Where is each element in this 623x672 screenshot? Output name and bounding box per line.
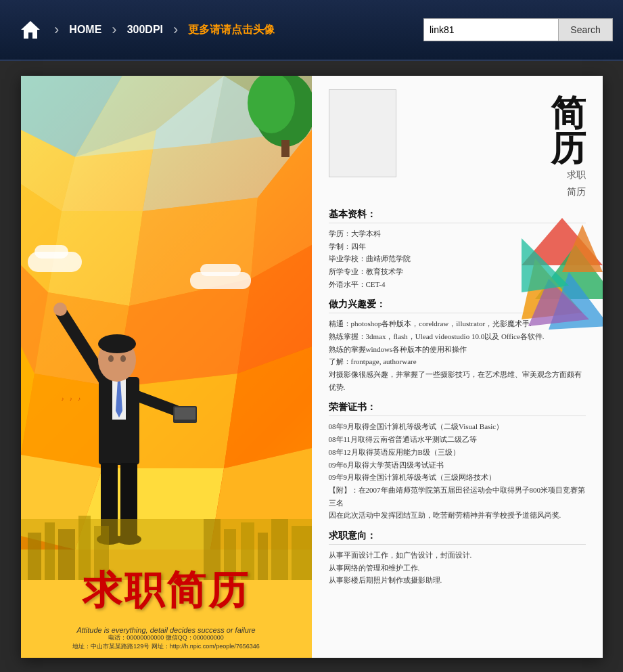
resume-container: ♪ ♪ ♪ xyxy=(21,76,603,658)
work-item-2: 从事网络的管理和维护工作. xyxy=(329,562,586,575)
main-content: ♪ ♪ ♪ xyxy=(0,61,623,672)
cloud-4 xyxy=(200,264,241,276)
left-contact: 电话：00000000000 微信QQ：000000000 地址：中山市某某路路… xyxy=(21,633,312,651)
nav-home-label[interactable]: HOME xyxy=(62,24,108,36)
cloud-2 xyxy=(34,245,68,259)
award-item-5: 09年9月取得全国计算机等级考试（三级网络技术） xyxy=(329,471,586,484)
work-item-1: 从事平面设计工作，如广告设计，封面设计. xyxy=(329,549,586,562)
award-item-4: 09年6月取得大学英语四级考试证书 xyxy=(329,459,586,472)
home-button[interactable] xyxy=(10,9,51,50)
right-top-area: 简 历 求职 简历 xyxy=(329,89,586,200)
search-area: Search xyxy=(423,18,613,41)
resume-title-char2: 历 xyxy=(551,131,586,166)
decorative-triangles xyxy=(522,211,603,333)
svg-rect-31 xyxy=(175,407,195,420)
svg-point-41 xyxy=(108,355,114,362)
section-work-content: 从事平面设计工作，如广告设计，封面设计. 从事网络的管理和维护工作. 从事影楼后… xyxy=(329,549,586,587)
photo-placeholder xyxy=(329,89,396,177)
arrow-1: › xyxy=(54,21,59,39)
left-panel: ♪ ♪ ♪ xyxy=(21,76,312,658)
top-nav-bar: › HOME › 300DPI › 更多请请点击头像 Search xyxy=(0,0,623,61)
skill-item-5: 对摄影像很感兴趣，并掌握了一些摄影技巧，在艺术思维、审美观念方面颇有优势. xyxy=(329,368,586,393)
section-work-title: 求职意向： xyxy=(329,530,586,545)
award-item-2: 08年11月取得云南省普通话水平测试二级乙等 xyxy=(329,433,586,446)
resume-title-area: 简 历 求职 简历 xyxy=(551,89,586,200)
svg-rect-25 xyxy=(281,140,290,157)
award-item-7: 因在此次活动中发挥团结互助，吃苦耐劳精神并有学校授予道德风尚奖. xyxy=(329,509,586,522)
nav-dpi-label[interactable]: 300DPI xyxy=(120,24,170,36)
left-main-title: 求职简历 xyxy=(21,564,312,617)
section-awards-title: 荣誉证书： xyxy=(329,401,586,416)
search-input[interactable] xyxy=(423,18,559,41)
arrow-3: › xyxy=(173,21,178,39)
svg-marker-0 xyxy=(21,21,40,39)
skill-item-3: 熟练的掌握windows各种版本的使用和操作 xyxy=(329,343,586,356)
resume-title-char1: 简 xyxy=(551,96,586,131)
right-panel: 简 历 求职 简历 基本资料： xyxy=(312,76,603,658)
arrow-2: › xyxy=(112,21,116,39)
search-button[interactable]: Search xyxy=(559,18,613,41)
award-item-6: 【附】：在2007年曲靖师范学院第五届田径运动会中取得男子800米项目竞赛第三名 xyxy=(329,484,586,509)
resume-subtitle: 求职 简历 xyxy=(551,166,586,200)
svg-point-40 xyxy=(98,334,136,353)
award-item-1: 08年9月取得全国计算机等级考试（二级Visual Basic） xyxy=(329,420,586,433)
award-item-3: 08年12月取得英语应用能力B级（三级） xyxy=(329,446,586,459)
svg-point-42 xyxy=(120,355,126,362)
nav-more-label[interactable]: 更多请请点击头像 xyxy=(181,23,281,37)
section-awards-content: 08年9月取得全国计算机等级考试（二级Visual Basic） 08年11月取… xyxy=(329,420,586,522)
skill-item-4: 了解：frontpage, authorware xyxy=(329,355,586,368)
svg-point-27 xyxy=(53,303,67,316)
work-item-3: 从事影楼后期照片制作或摄影助理. xyxy=(329,574,586,587)
